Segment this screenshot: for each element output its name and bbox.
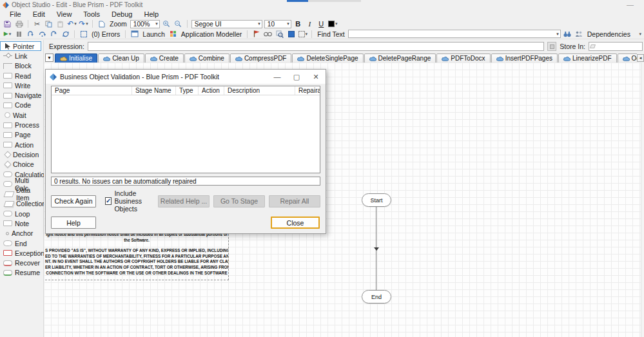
sidebar-item-navigate[interactable]: Navigate <box>0 90 43 100</box>
license-note[interactable]: ight notice and this permission notice s… <box>45 231 229 280</box>
bold-button[interactable]: B <box>293 19 303 28</box>
watch-button[interactable] <box>263 30 273 39</box>
check-again-button[interactable]: Check Again <box>51 195 96 207</box>
table-column-header-type[interactable]: Type <box>176 86 199 95</box>
dialog-close-button[interactable]: ✕ <box>306 70 326 84</box>
tab-linearizepdf[interactable]: LinearizePDF <box>558 53 617 63</box>
font-color-button[interactable]: ▾ <box>328 19 338 28</box>
sidebar-item-read[interactable]: Read <box>0 71 43 81</box>
sidebar-item-collection[interactable]: Collection <box>0 199 43 209</box>
menu-item-tools[interactable]: Tools <box>77 10 106 19</box>
expression-edit-button[interactable] <box>547 42 556 51</box>
launch-label[interactable]: Launch <box>142 30 164 38</box>
page-zoom-button[interactable] <box>97 19 106 28</box>
sidebar-item-block[interactable]: Block <box>0 61 43 71</box>
table-column-header-page[interactable]: Page <box>52 86 132 95</box>
repair-all-button[interactable]: Repair All <box>269 195 320 207</box>
menu-item-help[interactable]: Help <box>138 10 164 19</box>
sidebar-item-note[interactable]: Note <box>0 218 43 228</box>
find-next-button[interactable] <box>563 30 572 39</box>
menu-item-edit[interactable]: Edit <box>27 10 51 19</box>
play-button[interactable]: ▶▾ <box>3 30 12 39</box>
font-select[interactable]: Segoe UI▾ <box>191 20 262 28</box>
application-modeller-label[interactable]: Application Modeller <box>181 30 242 38</box>
step-over-button[interactable] <box>37 30 47 39</box>
sidebar-item-choice[interactable]: Choice <box>0 160 43 169</box>
include-business-objects-label[interactable]: Include Business Objects <box>114 189 154 213</box>
sidebar-item-end[interactable]: End <box>0 238 43 248</box>
sidebar-item-wait[interactable]: Wait <box>0 110 43 120</box>
sidebar-item-pointer[interactable]: Pointer <box>0 41 41 51</box>
menu-item-debug[interactable]: Debug <box>106 10 138 19</box>
selection-mode-button[interactable]: ▾ <box>298 30 307 39</box>
errors-button[interactable] <box>79 30 88 39</box>
sidebar-item-decision[interactable]: Decision <box>0 149 43 159</box>
undo-button[interactable]: ↶▾ <box>67 19 77 28</box>
tab-list-dropdown-button[interactable]: ▼ <box>45 53 54 62</box>
dependencies-button[interactable] <box>574 30 584 39</box>
tab-initialise[interactable]: Initialise <box>55 53 97 63</box>
sidebar-item-data-item[interactable]: Data Item <box>0 189 43 198</box>
validate-button[interactable] <box>275 30 284 39</box>
tab-insertpdfpages[interactable]: InsertPDFPages <box>491 53 558 63</box>
menu-item-file[interactable]: File <box>4 10 27 19</box>
dialog-titlebar[interactable]: Business Object Validation - Blue Prism … <box>46 70 326 84</box>
related-help-button[interactable]: Related Help ... <box>158 195 210 207</box>
redo-button[interactable]: ↷▾ <box>79 19 88 28</box>
save-button[interactable] <box>3 19 12 28</box>
sidebar-item-link[interactable]: Link <box>0 51 43 61</box>
table-column-header-stage-name[interactable]: Stage Name <box>132 86 176 95</box>
font-size-select[interactable]: 10▾ <box>264 20 291 28</box>
expression-input[interactable] <box>88 42 544 51</box>
close-button[interactable]: Close <box>271 217 320 229</box>
tab-ocrpdf[interactable]: OcrPDF <box>618 53 637 63</box>
go-to-stage-button[interactable]: Go To Stage <box>213 195 265 207</box>
tab-pdftodocx[interactable]: PDFToDocx <box>436 53 490 63</box>
store-in-input[interactable] <box>589 42 643 51</box>
tab-create[interactable]: Create <box>145 53 184 63</box>
toolbar-overflow-button[interactable]: ▾ <box>639 32 641 37</box>
tab-clean-up[interactable]: Clean Up <box>98 53 144 63</box>
zoom-in-button[interactable] <box>162 19 171 28</box>
sidebar-item-code[interactable]: Code <box>0 101 43 110</box>
paste-button[interactable] <box>55 19 65 28</box>
zoom-fit-button[interactable] <box>286 30 296 39</box>
start-stage-node[interactable]: Start <box>362 193 391 207</box>
dialog-maximize-button[interactable]: ▢ <box>287 70 306 84</box>
find-text-input[interactable]: ▾ <box>348 30 561 38</box>
table-body-empty[interactable] <box>52 95 320 173</box>
dialog-minimize-button[interactable]: — <box>268 70 287 84</box>
dependencies-label[interactable]: Dependencies <box>587 30 630 38</box>
print-button[interactable] <box>14 19 24 28</box>
zoom-out-button[interactable] <box>173 19 183 28</box>
italic-button[interactable]: I <box>305 19 315 28</box>
table-column-header-repairable[interactable]: Repairable <box>295 86 320 95</box>
sidebar-item-recover[interactable]: Recover <box>0 258 43 268</box>
table-column-header-action[interactable]: Action <box>199 86 224 95</box>
sidebar-item-resume[interactable]: Resume <box>0 268 43 278</box>
step-out-button[interactable] <box>49 30 59 39</box>
sidebar-item-write[interactable]: Write <box>0 81 43 90</box>
restart-button[interactable] <box>61 30 70 39</box>
zoom-select[interactable]: 100%▾ <box>130 20 160 28</box>
menu-item-view[interactable]: View <box>51 10 78 19</box>
table-column-header-description[interactable]: Description <box>224 86 295 95</box>
help-button[interactable]: Help <box>51 217 96 229</box>
end-stage-node[interactable]: End <box>362 290 391 303</box>
breakpoint-button[interactable] <box>251 30 261 39</box>
window-minimize-button[interactable]: — <box>627 3 634 6</box>
tab-deletepagerange[interactable]: DeletePageRange <box>364 53 436 63</box>
step-in-button[interactable] <box>26 30 35 39</box>
launch-button[interactable] <box>130 30 139 39</box>
pause-button[interactable] <box>14 30 24 39</box>
application-modeller-button[interactable] <box>168 30 178 39</box>
sidebar-item-process[interactable]: Process <box>0 120 43 130</box>
tab-combine[interactable]: Combine <box>184 53 229 63</box>
sidebar-item-anchor[interactable]: Anchor <box>0 229 43 238</box>
underline-button[interactable]: U <box>317 19 326 28</box>
tab-deletesinglepage[interactable]: DeleteSinglePage <box>292 53 363 63</box>
include-business-objects-checkbox[interactable]: ✓ <box>105 197 112 205</box>
copy-button[interactable] <box>44 19 54 28</box>
sidebar-item-action[interactable]: Action <box>0 140 43 149</box>
cut-button[interactable]: ✂ <box>32 19 42 28</box>
